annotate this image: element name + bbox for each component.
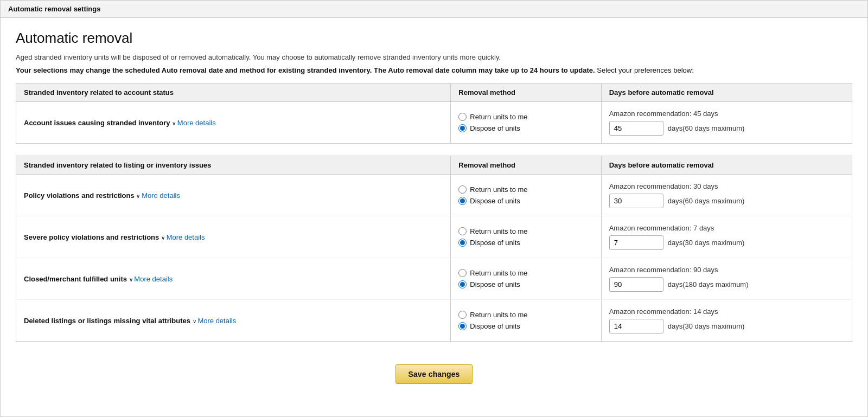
amazon-recommendation: Amazon recommendation: 90 days — [609, 266, 844, 274]
chevron-down-icon: ∨ — [136, 193, 142, 199]
return-units-radio[interactable] — [458, 227, 467, 235]
radio-option: Dispose of units — [458, 124, 593, 132]
radio-label: Dispose of units — [470, 124, 520, 132]
radio-option: Return units to me — [458, 113, 593, 121]
radio-label: Dispose of units — [470, 322, 520, 330]
radio-label: Return units to me — [470, 227, 527, 235]
description2-bold: Your selections may change the scheduled… — [16, 66, 595, 74]
return-units-radio[interactable] — [458, 185, 467, 194]
amazon-recommendation: Amazon recommendation: 30 days — [609, 182, 844, 190]
radio-option: Dispose of units — [458, 239, 593, 247]
days-input[interactable] — [609, 194, 663, 208]
row-label: Account issues causing stranded inventor… — [24, 119, 172, 127]
days-cell: Amazon recommendation: 30 daysdays(60 da… — [601, 175, 852, 216]
row-label: Policy violations and restrictions — [24, 191, 136, 200]
days-max-label: days(60 days maximum) — [668, 197, 745, 205]
row-label-cell: Policy violations and restrictions ∨ Mor… — [16, 175, 451, 216]
save-bar: Save changes — [16, 354, 852, 389]
more-details-link[interactable]: More details — [197, 317, 236, 325]
days-max-label: days(30 days maximum) — [668, 239, 745, 247]
radio-option: Return units to me — [458, 227, 593, 235]
window: Automatic removal settings Automatic rem… — [0, 0, 868, 417]
description2: Your selections may change the scheduled… — [16, 65, 852, 76]
dispose-units-radio[interactable] — [458, 280, 467, 288]
table-row: Severe policy violations and restriction… — [16, 216, 852, 258]
row-label-cell: Deleted listings or listings missing vit… — [16, 300, 451, 342]
table1-col2-header: Removal method — [451, 84, 601, 102]
dispose-units-radio[interactable] — [458, 124, 467, 132]
return-units-radio[interactable] — [458, 269, 467, 277]
chevron-down-icon: ∨ — [161, 235, 167, 241]
row-label: Severe policy violations and restriction… — [24, 233, 161, 241]
title-bar-text: Automatic removal settings — [8, 5, 101, 13]
amazon-recommendation: Amazon recommendation: 45 days — [609, 110, 844, 118]
main-content: Automatic removal Aged stranded inventor… — [1, 18, 867, 406]
chevron-down-icon: ∨ — [129, 277, 135, 283]
radio-label: Return units to me — [470, 311, 527, 319]
table-row: Deleted listings or listings missing vit… — [16, 300, 852, 342]
chevron-down-icon: ∨ — [172, 120, 177, 126]
radio-option: Dispose of units — [458, 280, 593, 288]
dispose-units-radio[interactable] — [458, 239, 467, 247]
radio-label: Return units to me — [470, 185, 527, 194]
radio-label: Return units to me — [470, 113, 527, 121]
table-row: Closed/merchant fulfilled units ∨ More d… — [16, 258, 852, 300]
return-units-radio[interactable] — [458, 311, 467, 319]
dispose-units-radio[interactable] — [458, 197, 467, 205]
table-row: Policy violations and restrictions ∨ Mor… — [16, 175, 852, 216]
row-label: Closed/merchant fulfilled units — [24, 275, 129, 283]
removal-method-cell: Return units to meDispose of units — [451, 102, 601, 144]
table1-col3-header: Days before automatic removal — [601, 84, 852, 102]
table2-col1-header: Stranded inventory related to listing or… — [16, 156, 451, 175]
table-row: Account issues causing stranded inventor… — [16, 102, 852, 144]
radio-option: Dispose of units — [458, 322, 593, 330]
table-account-status: Stranded inventory related to account st… — [16, 83, 852, 144]
table2-col2-header: Removal method — [451, 156, 601, 175]
save-changes-button[interactable]: Save changes — [395, 364, 472, 384]
row-label-cell: Severe policy violations and restriction… — [16, 216, 451, 258]
days-input-row: days(30 days maximum) — [609, 235, 844, 250]
radio-option: Return units to me — [458, 311, 593, 319]
title-bar: Automatic removal settings — [1, 1, 867, 18]
radio-option: Return units to me — [458, 185, 593, 194]
more-details-link[interactable]: More details — [177, 119, 216, 127]
days-input-row: days(60 days maximum) — [609, 121, 844, 136]
radio-label: Dispose of units — [470, 280, 520, 288]
description1: Aged stranded inventory units will be di… — [16, 52, 852, 63]
table2-col3-header: Days before automatic removal — [601, 156, 852, 175]
days-input-row: days(60 days maximum) — [609, 194, 844, 208]
removal-method-cell: Return units to meDispose of units — [451, 216, 601, 258]
days-cell: Amazon recommendation: 7 daysdays(30 day… — [601, 216, 852, 258]
more-details-link[interactable]: More details — [167, 233, 205, 241]
radio-option: Return units to me — [458, 269, 593, 277]
days-input[interactable] — [609, 121, 663, 136]
amazon-recommendation: Amazon recommendation: 7 days — [609, 224, 844, 232]
days-input-row: days(30 days maximum) — [609, 319, 844, 333]
row-label-cell: Closed/merchant fulfilled units ∨ More d… — [16, 258, 451, 300]
radio-option: Dispose of units — [458, 197, 593, 205]
table-listing-issues: Stranded inventory related to listing or… — [16, 156, 852, 342]
radio-label: Dispose of units — [470, 197, 520, 205]
dispose-units-radio[interactable] — [458, 322, 467, 330]
days-cell: Amazon recommendation: 14 daysdays(30 da… — [601, 300, 852, 342]
removal-method-cell: Return units to meDispose of units — [451, 258, 601, 300]
row-label: Deleted listings or listings missing vit… — [24, 317, 193, 325]
days-cell: Amazon recommendation: 45 daysdays(60 da… — [601, 102, 852, 144]
amazon-recommendation: Amazon recommendation: 14 days — [609, 307, 844, 316]
more-details-link[interactable]: More details — [142, 191, 180, 200]
more-details-link[interactable]: More details — [134, 275, 173, 283]
return-units-radio[interactable] — [458, 113, 467, 121]
days-input[interactable] — [609, 235, 663, 250]
days-input-row: days(180 days maximum) — [609, 277, 844, 292]
table1-col1-header: Stranded inventory related to account st… — [16, 84, 451, 102]
page-heading: Automatic removal — [16, 30, 852, 47]
days-max-label: days(30 days maximum) — [668, 322, 745, 330]
days-max-label: days(180 days maximum) — [668, 280, 749, 288]
days-input[interactable] — [609, 319, 663, 333]
removal-method-cell: Return units to meDispose of units — [451, 175, 601, 216]
days-max-label: days(60 days maximum) — [668, 124, 745, 132]
row-label-cell: Account issues causing stranded inventor… — [16, 102, 451, 144]
days-input[interactable] — [609, 277, 663, 292]
radio-label: Return units to me — [470, 269, 527, 277]
days-cell: Amazon recommendation: 90 daysdays(180 d… — [601, 258, 852, 300]
